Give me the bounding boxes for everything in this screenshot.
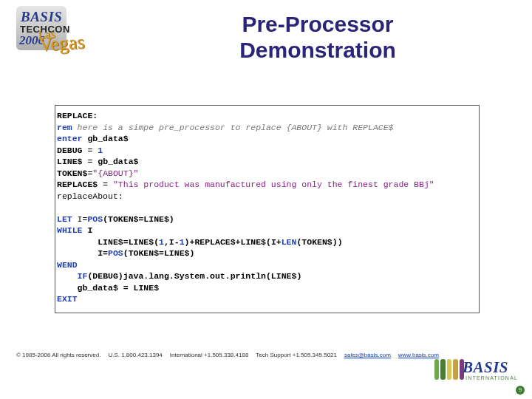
event-logo: BASIS TECHCON 2006 Las Vegas xyxy=(16,6,109,76)
variable: gb_data$ xyxy=(98,157,138,166)
string-literal: "This product was manufactured using onl… xyxy=(113,180,434,189)
code-panel: REPLACE: rem here is a simpe pre_process… xyxy=(55,105,480,313)
code-text: gb_data$ = LINE$ xyxy=(78,283,159,293)
phone-us: U.S. 1.800.423.1394 xyxy=(108,352,162,358)
assign: = xyxy=(98,180,113,189)
function-len: LEN xyxy=(282,237,297,247)
keyword-let: LET xyxy=(57,214,72,224)
number-literal: 1 xyxy=(180,237,185,247)
stripe xyxy=(447,359,451,380)
code-line: REPLACE: xyxy=(57,111,98,120)
variable: gb_data$ xyxy=(83,134,129,143)
code-block: REPLACE: rem here is a simpe pre_process… xyxy=(55,106,480,308)
number-literal: 1 xyxy=(159,237,164,247)
title-line-2: Demonstration xyxy=(148,38,488,64)
city-name: Vegas xyxy=(38,30,85,55)
phone-intl: International +1.505.338.4188 xyxy=(170,352,249,358)
keyword-if: IF xyxy=(78,271,88,281)
code-text: I xyxy=(83,225,93,235)
page-number: 9 xyxy=(516,386,525,395)
keyword-enter: enter xyxy=(57,134,83,143)
string-literal: "{ABOUT}" xyxy=(92,168,138,178)
stripe xyxy=(453,359,457,380)
stripe xyxy=(434,359,439,380)
code-text: (TOKEN$=LINE$) xyxy=(123,248,195,258)
event-city: Las Vegas xyxy=(38,27,85,53)
code-text: (LINE$) xyxy=(266,271,301,281)
brand-wordmark: BASIS xyxy=(21,9,62,25)
keyword-rem: rem xyxy=(57,123,72,132)
code-text: ,I- xyxy=(164,237,180,247)
code-text: (TOKEN$)) xyxy=(296,237,342,247)
company-logo: BASIS INTERNATIONAL xyxy=(434,355,516,387)
keyword-while: WHILE xyxy=(57,225,83,235)
method-println: println xyxy=(231,271,266,281)
variable: LINE$ xyxy=(57,157,83,166)
label: replaceAbout: xyxy=(57,191,123,201)
keyword-wend: WEND xyxy=(57,260,78,270)
code-text: I= xyxy=(98,248,108,258)
company-wordmark: BASIS xyxy=(463,358,508,377)
keyword-exit: EXIT xyxy=(57,294,78,304)
email-link[interactable]: sales@basis.com xyxy=(344,352,391,358)
variable: REPLACE$ xyxy=(57,180,98,189)
logo-stripes-icon xyxy=(434,359,464,380)
site-link[interactable]: www.basis.com xyxy=(398,352,439,358)
comment-text: here is a simpe pre_processor to replace… xyxy=(72,123,394,132)
assign: = xyxy=(83,146,98,155)
slide-title: Pre-Processor Demonstration xyxy=(148,12,488,63)
code-text: (DEBUG)java.lang.System.out. xyxy=(87,271,230,281)
function-pos: POS xyxy=(108,248,123,258)
function-pos: POS xyxy=(87,214,103,224)
slide: BASIS TECHCON 2006 Las Vegas Pre-Process… xyxy=(0,0,532,399)
title-line-1: Pre-Processor xyxy=(148,12,488,38)
assign: = xyxy=(83,157,98,166)
copyright-text: © 1985-2006 All rights reserved. xyxy=(16,352,100,358)
variable: TOKEN$ xyxy=(57,168,87,178)
code-text: (TOKEN$=LINE$) xyxy=(103,214,174,224)
variable: DEBUG xyxy=(57,146,83,155)
phone-tech: Tech Support +1.505.345.5021 xyxy=(256,352,337,358)
company-subline: INTERNATIONAL xyxy=(466,375,518,381)
number-literal: 1 xyxy=(98,146,103,155)
code-text: )+REPLACE$+LINE$(I+ xyxy=(185,237,282,247)
code-text: I= xyxy=(72,214,88,224)
page-number-badge: 9 xyxy=(516,386,525,395)
stripe xyxy=(440,359,445,380)
code-text: LINE$=LINE$( xyxy=(98,237,159,247)
